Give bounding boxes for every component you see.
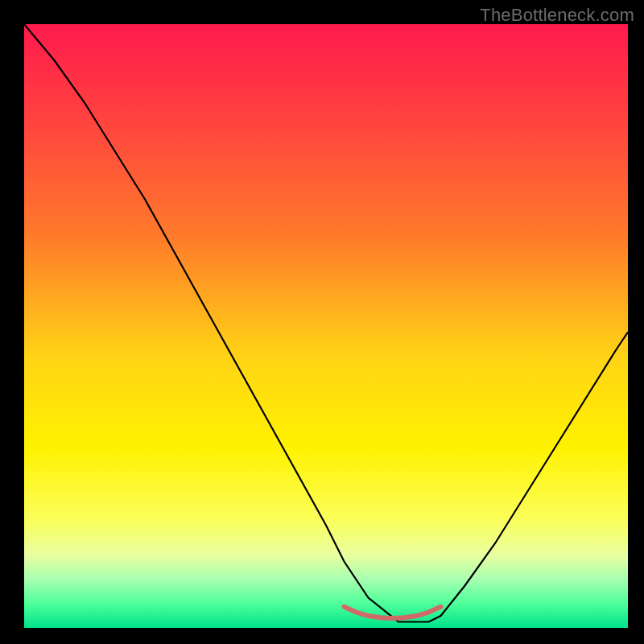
watermark-text: TheBottleneck.com (480, 5, 634, 26)
chart-background (24, 24, 628, 628)
chart-svg (24, 24, 628, 628)
chart-plot-area (24, 24, 628, 628)
